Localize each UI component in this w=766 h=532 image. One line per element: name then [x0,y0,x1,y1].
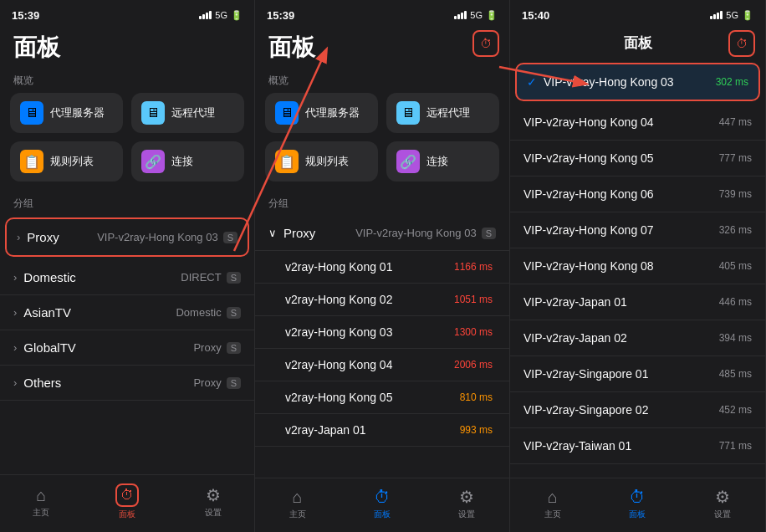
proxy-item-hk02[interactable]: v2ray-Hong Kong 02 1051 ms [255,284,509,316]
proxy-item-hk03[interactable]: v2ray-Hong Kong 03 1300 ms [255,316,509,349]
node-hk06-name: VIP-v2ray-Hong Kong 06 [523,187,719,201]
tab-home-label-1: 主页 [33,507,49,519]
node-hk03-ms: 302 ms [716,76,748,88]
status-bar-2: 15:39 5G 🔋 [255,0,509,27]
proxy-item-jp01[interactable]: v2ray-Japan 01 993 ms [255,414,509,447]
group-row-domestic-1[interactable]: › Domestic DIRECT S [0,260,254,295]
tab-home-1[interactable]: ⌂ 主页 [23,484,59,520]
top-right-btn-2[interactable]: ⏱ [472,30,499,57]
tab-settings-label-2: 设置 [458,509,475,520]
settings-icon-2: ⚙ [459,487,474,507]
proxy-item-hk05[interactable]: v2ray-Hong Kong 05 810 ms [255,381,509,414]
network-type-3: 5G [726,10,738,20]
rules-label-1: 规则列表 [50,154,94,169]
remote-proxy-label-2: 远程代理 [426,105,470,120]
proxy-server-label-2: 代理服务器 [305,105,360,120]
rules-icon-2: 📋 [275,150,299,173]
btn-connect-1[interactable]: 🔗 连接 [131,141,244,182]
connect-label-2: 连接 [426,154,448,169]
tab-panel-2[interactable]: ⏱ 面板 [364,486,401,522]
btn-proxy-server-2[interactable]: 🖥 代理服务器 [265,93,378,133]
proxy-sub-1: VIP-v2ray-Hong Kong 03 [97,231,218,243]
node-item-hk05[interactable]: VIP-v2ray-Hong Kong 05 777 ms [510,141,765,176]
node-item-jp02[interactable]: VIP-v2ray-Japan 02 394 ms [510,320,765,356]
check-icon-hk03: ✓ [527,75,537,89]
node-item-hk03-selected[interactable]: ✓ VIP-v2ray-Hong Kong 03 302 ms [515,63,760,101]
panel-icon-2: ⏱ [374,488,391,507]
tab-settings-1[interactable]: ⚙ 设置 [195,483,232,520]
remote-proxy-label-1: 远程代理 [171,105,215,120]
proxy-hk01-name: v2ray-Hong Kong 01 [285,260,454,274]
proxy-hk01-ms: 1166 ms [454,261,493,273]
node-hk03-name: VIP-v2ray-Hong Kong 03 [544,75,716,89]
btn-proxy-server-1[interactable]: 🖥 代理服务器 [10,93,123,133]
tab-panel-3[interactable]: ⏱ 面板 [619,486,656,522]
group-row-asiantv-1[interactable]: › AsianTV Domestic S [0,295,254,330]
chevron-others-1: › [13,376,17,389]
node-item-tw01[interactable]: VIP-v2ray-Taiwan 01 771 ms [510,428,765,464]
btn-rules-1[interactable]: 📋 规则列表 [10,141,123,182]
node-hk04-ms: 447 ms [719,116,752,128]
node-item-sg02[interactable]: VIP-v2ray-Singapore 02 452 ms [510,392,765,428]
group-row-globaltv-1[interactable]: › GlobalTV Proxy S [0,330,254,366]
tab-panel-label-1: 面板 [119,509,135,520]
page-title-3: 面板 [510,27,765,61]
btn-remote-proxy-2[interactable]: 🖥 远程代理 [386,93,499,133]
btn-connect-2[interactable]: 🔗 连接 [386,141,499,182]
proxy-server-label-1: 代理服务器 [50,105,105,120]
tab-panel-label-2: 面板 [374,509,391,520]
group-row-proxy-1[interactable]: › Proxy VIP-v2ray-Hong Kong 03 S [7,219,248,255]
network-type-1: 5G [215,10,227,20]
btn-rules-2[interactable]: 📋 规则列表 [265,141,378,182]
proxy-item-hk01[interactable]: v2ray-Hong Kong 01 1166 ms [255,251,509,284]
remote-proxy-icon-1: 🖥 [141,101,165,125]
tab-bar-2: ⌂ 主页 ⏱ 面板 ⚙ 设置 [255,478,509,532]
node-item-hk04[interactable]: VIP-v2ray-Hong Kong 04 447 ms [510,105,765,141]
group-row-proxy-2[interactable]: ∨ Proxy VIP-v2ray-Hong Kong 03 S [255,216,509,251]
page-title-1: 面板 [0,27,254,70]
panel-icon-1: ⏱ [120,488,134,503]
node-item-jp01[interactable]: VIP-v2ray-Japan 01 446 ms [510,284,765,320]
proxy-name-2: Proxy [283,226,355,240]
node-jp02-ms: 394 ms [719,332,752,344]
battery-icon-3: 🔋 [742,10,753,21]
proxy-hk02-ms: 1051 ms [454,294,493,305]
time-3: 15:40 [522,9,549,22]
tab-settings-2[interactable]: ⚙ 设置 [448,485,485,522]
proxy-item-hk04[interactable]: v2ray-Hong Kong 04 2006 ms [255,349,509,381]
proxy-sub-2: VIP-v2ray-Hong Kong 03 [355,227,477,239]
node-jp01-name: VIP-v2ray-Japan 01 [523,295,719,309]
node-item-hk08[interactable]: VIP-v2ray-Hong Kong 08 405 ms [510,248,765,284]
proxy-hk04-name: v2ray-Hong Kong 04 [285,358,454,371]
node-hk04-name: VIP-v2ray-Hong Kong 04 [523,115,719,129]
tab-home-2[interactable]: ⌂ 主页 [279,486,316,522]
node-item-sg01[interactable]: VIP-v2ray-Singapore 01 485 ms [510,356,765,392]
page-title-2: 面板 [255,27,509,70]
globaltv-name-1: GlobalTV [23,340,193,355]
chevron-proxy-2: ∨ [268,227,277,239]
node-item-hk06[interactable]: VIP-v2ray-Hong Kong 06 739 ms [510,176,765,212]
battery-icon-1: 🔋 [231,10,243,21]
node-hk08-name: VIP-v2ray-Hong Kong 08 [523,259,719,273]
group-row-others-1[interactable]: › Others Proxy S [0,366,254,401]
proxy-hk03-ms: 1300 ms [454,326,493,338]
domestic-sub-1: DIRECT [181,271,221,284]
tab-home-label-2: 主页 [289,509,306,520]
home-icon-3: ⌂ [548,488,558,507]
node-tw01-ms: 771 ms [719,440,752,452]
asiantv-sub-1: Domestic [176,306,221,319]
tab-panel-1[interactable]: ⏱ 面板 [105,482,149,522]
tab-settings-3[interactable]: ⚙ 设置 [704,485,741,522]
proxy-hk02-name: v2ray-Hong Kong 02 [285,293,454,306]
top-right-btn-3[interactable]: ⏱ [728,30,755,57]
tab-home-3[interactable]: ⌂ 主页 [534,486,571,522]
btn-remote-proxy-1[interactable]: 🖥 远程代理 [131,93,244,133]
domestic-badge-1: S [227,272,241,284]
status-icons-3: 5G 🔋 [710,10,753,21]
node-item-hk07[interactable]: VIP-v2ray-Hong Kong 07 326 ms [510,212,765,248]
signal-icon-1 [199,11,212,19]
group-section-label-1: 分组 [0,190,254,216]
settings-icon-3: ⚙ [715,487,730,507]
node-hk05-ms: 777 ms [719,152,752,164]
chevron-domestic-1: › [13,271,17,284]
